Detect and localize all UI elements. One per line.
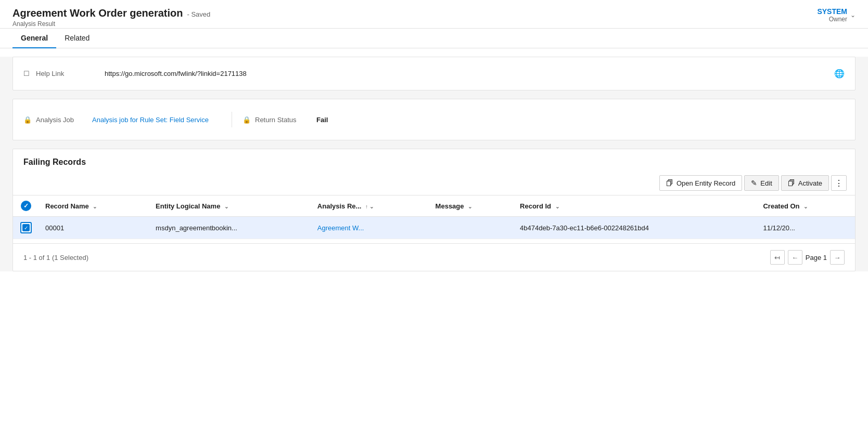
sort-icon-message: ⌄ <box>468 204 472 210</box>
failing-records-table: ✓ Record Name ⌄ Entity Logical Name ⌄ An… <box>13 195 855 239</box>
saved-badge: - Saved <box>187 10 210 18</box>
col-record-name[interactable]: Record Name ⌄ <box>39 195 149 217</box>
select-all-checkbox[interactable]: ✓ <box>21 201 31 211</box>
more-options-button[interactable]: ⋮ <box>831 175 847 191</box>
pagination-row: 1 - 1 of 1 (1 Selected) ↤ ← Page 1 → <box>13 243 855 271</box>
analysis-result-link[interactable]: Agreement W... <box>317 224 364 232</box>
page-label: Page 1 <box>806 254 827 261</box>
sort-icon-record-name: ⌄ <box>93 204 97 210</box>
row-entity-logical-name: msdyn_agreementbookin... <box>149 217 311 239</box>
help-link-label: Help Link <box>36 70 98 77</box>
row-analysis-result[interactable]: Agreement W... <box>311 217 429 239</box>
help-link-row: ☐ Help Link https://go.microsoft.com/fwl… <box>23 66 845 82</box>
pagination-summary: 1 - 1 of 1 (1 Selected) <box>23 254 88 261</box>
col-analysis-result[interactable]: Analysis Re... ↑ ⌄ <box>311 195 429 217</box>
return-status-label: Return Status <box>255 116 312 124</box>
analysis-job-link[interactable]: Analysis job for Rule Set: Field Service <box>92 116 209 124</box>
prev-page-button[interactable]: ← <box>788 250 802 265</box>
row-select-cell[interactable]: ✓ <box>13 217 39 239</box>
next-page-button[interactable]: → <box>830 250 845 265</box>
lock-icon-1: 🔒 <box>23 116 32 124</box>
header-bar: Agreement Work Order generation - Saved … <box>0 0 868 29</box>
page-subtitle: Analysis Result <box>12 20 210 28</box>
failing-records-title: Failing Records <box>13 149 855 171</box>
open-entity-icon: 🗍 <box>666 179 673 187</box>
row-record-name: 00001 <box>39 217 149 239</box>
first-page-button[interactable]: ↤ <box>770 250 785 265</box>
col-entity-logical-name[interactable]: Entity Logical Name ⌄ <box>149 195 311 217</box>
tab-related[interactable]: Related <box>56 29 98 48</box>
col-message[interactable]: Message ⌄ <box>429 195 514 217</box>
table-header: ✓ Record Name ⌄ Entity Logical Name ⌄ An… <box>13 195 855 217</box>
help-link-section: ☐ Help Link https://go.microsoft.com/fwl… <box>12 57 856 90</box>
col-created-on[interactable]: Created On ⌄ <box>757 195 855 217</box>
header-right: SYSTEM Owner ⌄ <box>817 7 856 28</box>
vertical-divider <box>232 112 232 127</box>
row-created-on: 11/12/20... <box>757 217 855 239</box>
tab-general[interactable]: General <box>12 29 56 48</box>
sort-icon-record-id: ⌄ <box>555 204 559 210</box>
analysis-job-field: 🔒 Analysis Job Analysis job for Rule Set… <box>23 116 221 124</box>
tabs-bar: General Related <box>0 29 868 48</box>
records-table: ✓ Record Name ⌄ Entity Logical Name ⌄ An… <box>13 195 855 239</box>
activate-button[interactable]: 🗍 Activate <box>781 175 829 191</box>
return-status-field: 🔒 Return Status Fail <box>242 116 328 124</box>
help-link-value: https://go.microsoft.com/fwlink/?linkid=… <box>105 70 247 77</box>
owner-label: Owner <box>817 16 847 23</box>
row-checkbox[interactable]: ✓ <box>20 222 32 233</box>
checkbox-checkmark: ✓ <box>22 224 30 231</box>
return-status-value: Fail <box>316 116 328 124</box>
lock-icon-2: 🔒 <box>242 116 251 124</box>
col-record-id[interactable]: Record Id ⌄ <box>514 195 757 217</box>
select-all-header[interactable]: ✓ <box>13 195 39 217</box>
title-row: Agreement Work Order generation - Saved <box>12 7 210 19</box>
sort-icon-created-on: ⌄ <box>803 204 808 210</box>
analysis-job-label: Analysis Job <box>36 116 88 124</box>
analysis-section: 🔒 Analysis Job Analysis job for Rule Set… <box>12 99 856 140</box>
sort-icon-analysis: ↑ ⌄ <box>365 204 374 210</box>
edit-button[interactable]: ✎ Edit <box>744 175 778 191</box>
table-row[interactable]: ✓ 00001 msdyn_agreementbookin... Agreeme… <box>13 217 855 239</box>
page-title: Agreement Work Order generation <box>12 7 183 19</box>
link-icon: ☐ <box>23 70 30 77</box>
toolbar-row: 🗍 Open Entity Record ✎ Edit 🗍 Activate ⋮ <box>13 171 855 195</box>
chevron-down-icon[interactable]: ⌄ <box>850 11 856 19</box>
table-body: ✓ 00001 msdyn_agreementbookin... Agreeme… <box>13 217 855 239</box>
sort-icon-entity: ⌄ <box>224 204 228 210</box>
activate-icon: 🗍 <box>788 179 795 187</box>
header-left: Agreement Work Order generation - Saved … <box>12 7 210 28</box>
failing-records-card: Failing Records 🗍 Open Entity Record ✎ E… <box>12 149 856 271</box>
owner-name[interactable]: SYSTEM <box>817 7 847 16</box>
pagination-controls: ↤ ← Page 1 → <box>770 250 845 265</box>
content-area: ☐ Help Link https://go.microsoft.com/fwl… <box>0 57 868 271</box>
row-record-id: 4b474deb-7a30-ec11-b6e6-002248261bd4 <box>514 217 757 239</box>
edit-icon: ✎ <box>751 179 757 187</box>
row-message <box>429 217 514 239</box>
analysis-fields-row: 🔒 Analysis Job Analysis job for Rule Set… <box>23 108 845 132</box>
globe-icon[interactable]: 🌐 <box>834 69 845 78</box>
open-entity-record-button[interactable]: 🗍 Open Entity Record <box>659 175 742 191</box>
